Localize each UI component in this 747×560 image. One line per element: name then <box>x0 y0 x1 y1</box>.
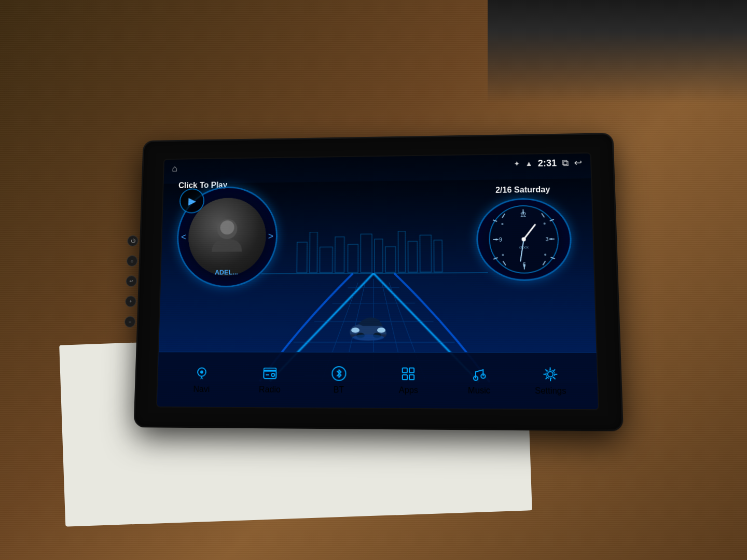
recent-apps-icon[interactable]: ⧉ <box>562 158 569 169</box>
back-side-button[interactable]: ↩ <box>126 275 137 287</box>
music-label: Music <box>468 386 490 396</box>
prev-button[interactable]: < <box>181 232 187 242</box>
nav-item-settings[interactable]: Settings <box>529 366 573 396</box>
navi-icon <box>193 365 210 381</box>
wifi-icon: ▲ <box>525 159 532 167</box>
svg-text:9: 9 <box>499 237 502 243</box>
vol-down-button[interactable]: − <box>125 316 136 328</box>
svg-point-66 <box>271 373 274 376</box>
vol-up-button[interactable]: + <box>125 296 136 307</box>
back-nav-icon[interactable]: ↩ <box>574 157 582 169</box>
home-status-icon[interactable]: ⌂ <box>172 163 177 174</box>
bt-icon <box>330 365 347 382</box>
music-nav-icon <box>470 366 487 383</box>
nav-bar: Navi Radio BT <box>157 352 598 409</box>
nav-item-music[interactable]: Music <box>458 366 501 396</box>
next-button[interactable]: > <box>268 231 274 242</box>
nav-item-navi[interactable]: Navi <box>181 365 223 394</box>
svg-point-75 <box>547 372 553 377</box>
svg-rect-71 <box>403 375 407 380</box>
time-display: 2:31 <box>537 158 557 169</box>
nav-item-bt[interactable]: BT <box>318 365 360 395</box>
wires-decoration <box>488 0 747 104</box>
artist-name: ADEL... <box>176 268 277 276</box>
head-unit: ⏻ ⌂ ↩ + − <box>135 134 621 429</box>
artist-image <box>201 211 253 262</box>
settings-label: Settings <box>535 386 566 396</box>
power-button[interactable]: ⏻ <box>127 235 139 246</box>
clock-section: 2/16 Saturday <box>471 182 578 286</box>
music-player[interactable]: ▶ ADEL... < > <box>176 186 279 288</box>
bluetooth-icon: ✦ <box>514 160 520 168</box>
settings-icon <box>541 366 559 383</box>
apps-label: Apps <box>399 385 418 395</box>
svg-text:3: 3 <box>546 236 549 242</box>
svg-point-63 <box>200 371 203 374</box>
svg-text:clock: clock <box>519 245 529 249</box>
radio-label: Radio <box>259 385 281 395</box>
nav-item-apps[interactable]: Apps <box>388 365 430 395</box>
navi-label: Navi <box>193 385 210 394</box>
clock-svg: 12 3 6 9 clock <box>486 203 562 276</box>
apps-icon <box>400 365 417 382</box>
main-content: Click To Play <box>159 172 597 352</box>
svg-rect-70 <box>409 368 414 373</box>
side-buttons: ⏻ ⌂ ↩ + − <box>125 235 139 328</box>
radio-icon <box>261 365 278 382</box>
bt-label: BT <box>334 385 344 395</box>
screen: ⌂ ✦ ▲ 2:31 ⧉ ↩ Click To Play <box>156 152 599 410</box>
nav-item-radio[interactable]: Radio <box>249 365 290 395</box>
svg-rect-69 <box>403 368 407 373</box>
date-display: 2/16 Saturday <box>471 185 576 195</box>
analog-clock: 12 3 6 9 clock <box>476 198 573 281</box>
svg-rect-72 <box>409 375 414 380</box>
status-right-group: ✦ ▲ 2:31 ⧉ ↩ <box>514 157 582 169</box>
home-side-button[interactable]: ⌂ <box>127 255 138 266</box>
